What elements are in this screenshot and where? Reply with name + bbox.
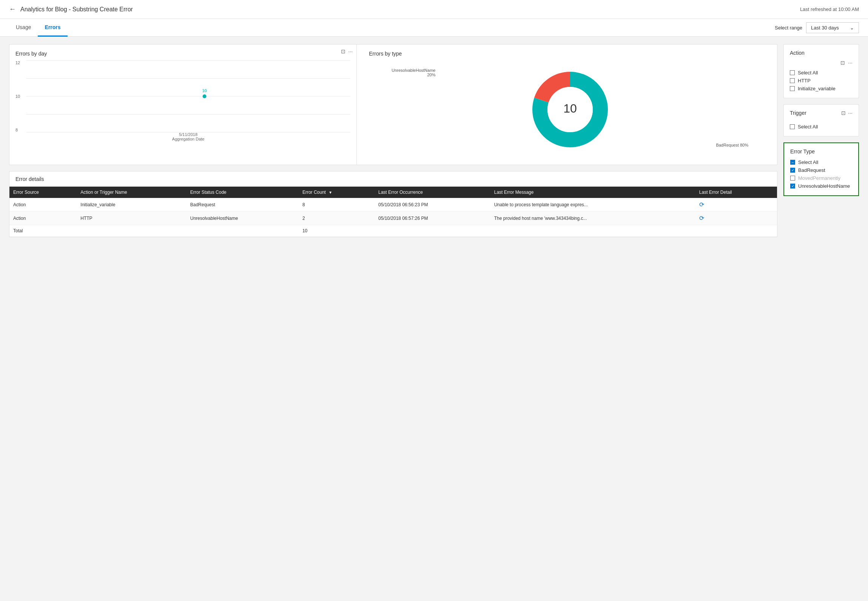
checkbox-errortype-moved[interactable]: [790, 176, 795, 181]
expand-trigger-icon[interactable]: ⊡: [841, 110, 846, 116]
trigger-label-selectall: Select All: [798, 124, 818, 130]
last-refreshed: Last refreshed at 10:00 AM: [800, 6, 859, 12]
action-filter-toolbar: ⊡ ···: [790, 60, 853, 66]
errortype-label-unresolvable: UnresolvableHostName: [798, 183, 850, 189]
errors-by-day-title: Errors by day: [15, 51, 350, 57]
checkbox-action-init[interactable]: [790, 86, 795, 91]
more-action-icon[interactable]: ···: [848, 60, 853, 66]
action-label-init: Initialize_variable: [798, 86, 836, 91]
checkbox-errortype-selectall[interactable]: –: [790, 160, 795, 165]
more-icon[interactable]: ···: [348, 48, 353, 54]
range-dropdown[interactable]: Last 30 days ⌄: [806, 22, 859, 33]
table-row: Action HTTP UnresolvableHostName 2 05/10…: [9, 212, 777, 225]
sort-icon: ▼: [328, 190, 332, 195]
trigger-filter-item-selectall[interactable]: Select All: [790, 123, 853, 131]
legend-unresolvable: UnresolvableHostName20%: [392, 68, 435, 77]
errors-by-type-chart: Errors by type UnresolvableHostName20% B…: [363, 45, 777, 165]
errors-by-day-chart: ⊡ ··· Errors by day 12 10 8: [9, 45, 357, 165]
cell-message-1: The provided host name 'www.343434bing.c…: [490, 212, 695, 225]
checkbox-errortype-badrequest[interactable]: ✓: [790, 168, 795, 173]
y-axis-labels: 12 10 8: [15, 60, 22, 132]
cell-source-1: Action: [9, 212, 77, 225]
tab-usage[interactable]: Usage: [9, 19, 38, 37]
cell-count-0: 8: [299, 198, 375, 212]
action-filter-item-init[interactable]: Initialize_variable: [790, 85, 853, 93]
total-count: 10: [299, 225, 375, 237]
detail-icon-0[interactable]: ⟳: [699, 201, 704, 208]
x-axis-sublabel: Aggregation Date: [172, 137, 205, 141]
total-spacer: [375, 225, 777, 237]
total-row: Total 10: [9, 225, 777, 237]
errortype-label-badrequest: BadRequest: [798, 167, 825, 173]
checkbox-action-http[interactable]: [790, 78, 795, 83]
action-filter-item-http[interactable]: HTTP: [790, 77, 853, 85]
main-content: ⊡ ··· Errors by day 12 10 8: [0, 37, 868, 245]
cell-detail-1[interactable]: ⟳: [695, 212, 777, 225]
error-type-item-badrequest[interactable]: ✓ BadRequest: [790, 166, 852, 174]
expand-icon[interactable]: ⊡: [341, 48, 345, 54]
col-action: Action or Trigger Name: [77, 187, 186, 198]
top-bar: ← Analytics for Blog - Substring Create …: [0, 0, 868, 19]
checkbox-action-selectall[interactable]: [790, 70, 795, 75]
cell-occurrence-0: 05/10/2018 06:56:23 PM: [375, 198, 490, 212]
col-last-detail: Last Error Detail: [695, 187, 777, 198]
action-filter-title: Action: [790, 50, 853, 56]
col-source: Error Source: [9, 187, 77, 198]
checkbox-errortype-unresolvable[interactable]: ✓: [790, 184, 795, 188]
y-label-8: 8: [15, 128, 20, 132]
cell-status-0: BadRequest: [187, 198, 299, 212]
col-status: Error Status Code: [187, 187, 299, 198]
error-type-filter-card: Error Type – Select All ✓ BadRequest Mov…: [783, 142, 859, 196]
cell-occurrence-1: 05/10/2018 06:57:26 PM: [375, 212, 490, 225]
range-label: Select range: [775, 25, 802, 31]
page-title: Analytics for Blog - Substring Create Er…: [20, 6, 133, 13]
chart-plot-area: 10: [26, 60, 350, 132]
trigger-filter-title: Trigger: [790, 110, 806, 116]
chart-toolbar: ⊡ ···: [341, 48, 353, 54]
error-type-item-selectall[interactable]: – Select All: [790, 158, 852, 166]
detail-icon-1[interactable]: ⟳: [699, 215, 704, 221]
svg-point-5: [203, 94, 207, 98]
y-label-10: 10: [15, 94, 20, 99]
col-last-occurrence: Last Error Occurrence: [375, 187, 490, 198]
expand-action-icon[interactable]: ⊡: [840, 60, 845, 66]
trigger-filter-card: Trigger ⊡ ··· Select All: [783, 104, 859, 136]
left-panel: ⊡ ··· Errors by day 12 10 8: [9, 44, 777, 237]
error-details-panel: Error details Error Source Action or Tri…: [9, 171, 777, 237]
cell-action-1: HTTP: [77, 212, 186, 225]
back-button[interactable]: ←: [9, 5, 16, 13]
total-label: Total: [9, 225, 299, 237]
x-axis-date: 5/11/2018: [179, 132, 197, 137]
cell-detail-0[interactable]: ⟳: [695, 198, 777, 212]
action-filter-card: Action ⊡ ··· Select All HTTP Initialize_…: [783, 44, 859, 98]
error-type-item-unresolvable[interactable]: ✓ UnresolvableHostName: [790, 182, 852, 190]
tab-bar: Usage Errors Select range Last 30 days ⌄: [0, 19, 868, 37]
col-count[interactable]: Error Count ▼: [299, 187, 375, 198]
table-row: Action Initialize_variable BadRequest 8 …: [9, 198, 777, 212]
svg-text:10: 10: [563, 102, 577, 115]
right-panel: Action ⊡ ··· Select All HTTP Initialize_…: [783, 44, 859, 237]
error-type-filter-title: Error Type: [790, 148, 852, 154]
action-label-http: HTTP: [798, 78, 811, 83]
cell-action-0: Initialize_variable: [77, 198, 186, 212]
range-selector: Select range Last 30 days ⌄: [775, 22, 859, 33]
checkbox-trigger-selectall[interactable]: [790, 124, 795, 129]
error-details-title: Error details: [9, 171, 777, 187]
errors-by-type-title: Errors by type: [369, 51, 771, 57]
x-axis-area: 5/11/2018 Aggregation Date: [26, 132, 350, 144]
range-value: Last 30 days: [811, 25, 839, 31]
line-chart-area: 12 10 8: [15, 60, 350, 144]
charts-row: ⊡ ··· Errors by day 12 10 8: [9, 44, 777, 165]
action-label-selectall: Select All: [798, 70, 818, 76]
errortype-label-moved: MovedPermanently: [798, 175, 840, 181]
action-filter-item-selectall[interactable]: Select All: [790, 69, 853, 77]
svg-text:10: 10: [202, 88, 207, 93]
y-label-12: 12: [15, 60, 20, 65]
chevron-down-icon: ⌄: [850, 25, 854, 31]
top-bar-left: ← Analytics for Blog - Substring Create …: [9, 5, 133, 13]
error-type-item-moved[interactable]: MovedPermanently: [790, 174, 852, 182]
col-last-message: Last Error Message: [490, 187, 695, 198]
more-trigger-icon[interactable]: ···: [848, 110, 853, 116]
tabs: Usage Errors: [9, 19, 68, 36]
tab-errors[interactable]: Errors: [38, 19, 67, 37]
